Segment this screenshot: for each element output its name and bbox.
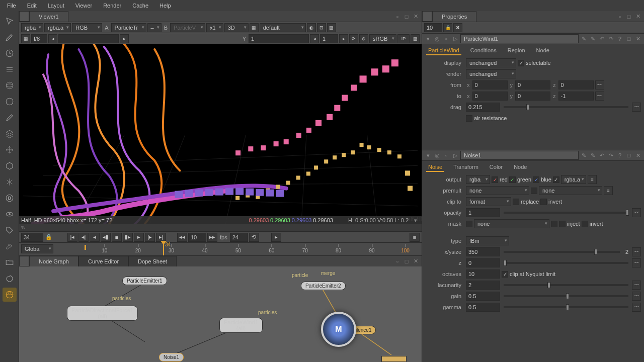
from-z-input[interactable]: [558, 80, 594, 89]
selectable-checkbox[interactable]: [518, 60, 524, 66]
props-count-input[interactable]: [424, 23, 442, 32]
gain-input[interactable]: [466, 292, 500, 301]
alpha-out-dropdown[interactable]: rgba.a: [561, 175, 586, 184]
output-dropdown[interactable]: rgba: [466, 175, 490, 184]
to-x-input[interactable]: [472, 92, 508, 101]
opacity-anim-icon[interactable]: 〰: [632, 208, 641, 217]
panel1-tri-icon[interactable]: ▷: [451, 35, 459, 43]
refresh-icon[interactable]: ⟳: [349, 34, 358, 43]
opacity-input[interactable]: [466, 208, 500, 217]
increment-input[interactable]: [188, 233, 206, 242]
tab-float-icon[interactable]: ▫: [393, 13, 401, 21]
node-particle-wind[interactable]: ParticleWind1(all): [219, 318, 263, 333]
display-dropdown[interactable]: unchanged: [466, 58, 516, 67]
air-resistance-checkbox[interactable]: [466, 115, 472, 122]
viewport[interactable]: alf_HD Half_HD 960×540 bbox x= 172 y= 72…: [19, 44, 422, 224]
stop-button[interactable]: ■: [112, 233, 122, 242]
node-particle-emitter1[interactable]: ParticleEmitter1: [122, 277, 167, 285]
panel2-tab-color[interactable]: Color: [488, 163, 505, 172]
clip-dropdown[interactable]: format: [466, 197, 511, 206]
gain-slider[interactable]: [504, 295, 628, 297]
menu-file[interactable]: File: [2, 1, 21, 10]
to-z-input[interactable]: [558, 92, 594, 101]
xysize-input[interactable]: [466, 247, 500, 256]
node-partial[interactable]: [381, 356, 407, 362]
tool-pen-icon[interactable]: [3, 30, 17, 44]
ng-close-icon[interactable]: ✕: [412, 257, 420, 265]
panel2-tab-transform[interactable]: Transform: [451, 163, 480, 172]
novsync-icon[interactable]: ⊘: [359, 34, 368, 43]
to-y-input[interactable]: [515, 92, 550, 101]
gamma-dec[interactable]: ◂: [310, 34, 319, 43]
lut-dropdown[interactable]: default: [260, 23, 306, 32]
premult-dropdown[interactable]: none: [466, 186, 529, 195]
tool-lines-icon[interactable]: [3, 62, 17, 76]
tab-max-icon[interactable]: □: [403, 13, 411, 21]
playhead[interactable]: [163, 243, 164, 255]
menu-edit[interactable]: Edit: [22, 1, 42, 10]
panel1-name-input[interactable]: [460, 34, 579, 43]
premult-checkbox[interactable]: [531, 188, 537, 194]
step-fwd1-button[interactable]: ▮▸: [123, 233, 133, 242]
z-anim-icon[interactable]: 〰: [632, 258, 641, 267]
x-input[interactable]: [58, 34, 119, 43]
z-input[interactable]: [466, 258, 500, 267]
opacity-slider[interactable]: [504, 212, 628, 214]
panel2-tri-icon[interactable]: ▷: [451, 151, 459, 159]
tool-hex-icon[interactable]: [3, 159, 17, 173]
from-y-input[interactable]: [515, 80, 550, 89]
step-back-button[interactable]: ◂: [90, 233, 100, 242]
panel1-edit-icon[interactable]: ✎: [580, 35, 588, 43]
node-particle-emitter2[interactable]: ParticleEmitter2: [301, 282, 346, 290]
panel2-edit-icon[interactable]: ✎: [580, 151, 588, 159]
panel1-edit2-icon[interactable]: ✎: [589, 35, 597, 43]
view-lock-icon[interactable]: ▦: [250, 23, 259, 32]
fps-input[interactable]: [230, 233, 248, 242]
colorspace-out-dropdown[interactable]: sRGB: [369, 34, 396, 43]
tab-nodegraph[interactable]: Node Graph: [29, 256, 78, 266]
alpha-checkbox[interactable]: [553, 176, 559, 183]
panel1-tab-region[interactable]: Region: [506, 46, 527, 55]
type-dropdown[interactable]: fBm: [466, 236, 509, 245]
mask-ck2[interactable]: [551, 221, 557, 227]
drag-input[interactable]: [466, 103, 500, 112]
panel2-center-icon[interactable]: ◎: [433, 151, 441, 159]
gamma-slider[interactable]: [504, 306, 628, 308]
tool-sphere-icon[interactable]: [3, 78, 17, 93]
tool-edit-icon[interactable]: [3, 111, 17, 125]
ruler-mode-dropdown[interactable]: Global: [21, 244, 53, 253]
render-dropdown[interactable]: unchanged: [466, 69, 516, 78]
invert2-checkbox[interactable]: [582, 221, 588, 227]
node-noise1[interactable]: Noise1: [159, 353, 184, 361]
panel1-float2-icon[interactable]: □: [625, 35, 633, 43]
invert-checkbox[interactable]: [540, 199, 547, 205]
skip-back-button[interactable]: ◂◂: [177, 233, 187, 242]
input-a-dropdown[interactable]: ParticleTr: [111, 23, 146, 32]
menu-render[interactable]: Render: [98, 1, 126, 10]
clipwarn-icon[interactable]: ◐: [307, 23, 316, 32]
panel2-edit2-icon[interactable]: ✎: [589, 151, 597, 159]
menu-help[interactable]: Help: [154, 1, 176, 10]
loop-button[interactable]: ⟲: [249, 233, 259, 242]
props-lock-icon[interactable]: 🔒: [443, 23, 452, 32]
lacunarity-input[interactable]: [466, 281, 500, 290]
alpha-dropdown[interactable]: rgba.a: [44, 23, 71, 32]
ng-handle[interactable]: [19, 256, 29, 266]
y-input[interactable]: [249, 34, 309, 43]
timeline-menu-icon[interactable]: ≡: [410, 233, 420, 242]
xysize-slider[interactable]: [504, 251, 620, 253]
tool-swirl-icon[interactable]: [3, 272, 17, 286]
gamma-input[interactable]: [320, 34, 338, 43]
wipe-dropdown[interactable]: –: [147, 23, 162, 32]
pause-icon[interactable]: ▦: [21, 34, 30, 43]
tool-layers-icon[interactable]: [3, 127, 17, 141]
tab-dope-sheet[interactable]: Dope Sheet: [128, 256, 177, 266]
menu-cache[interactable]: Cache: [127, 1, 153, 10]
z-slider[interactable]: [504, 262, 628, 264]
panel2-collapse[interactable]: ▾: [424, 151, 432, 159]
lac-anim-icon[interactable]: 〰: [632, 281, 641, 290]
fstop-inc[interactable]: ▸: [120, 34, 129, 43]
step-back1-button[interactable]: ◂▮: [101, 233, 111, 242]
menu-layout[interactable]: Layout: [43, 1, 69, 10]
premult2-dropdown[interactable]: none: [539, 186, 602, 195]
